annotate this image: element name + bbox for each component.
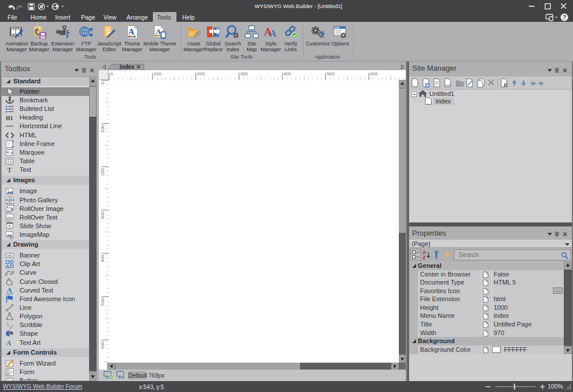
svg-text:600: 600 (100, 341, 105, 349)
svg-text:100: 100 (153, 71, 161, 76)
svg-text:T: T (7, 166, 12, 174)
svg-text:A: A (6, 339, 11, 347)
svg-text:A: A (128, 28, 134, 36)
svg-text:H1: H1 (6, 115, 13, 121)
svg-text:css: css (445, 83, 451, 87)
svg-text:600: 600 (370, 71, 378, 76)
svg-text:Untitled1: Untitled1 (429, 90, 454, 97)
svg-text:300: 300 (100, 212, 105, 220)
svg-text:A: A (156, 27, 161, 36)
svg-text:400: 400 (100, 255, 105, 263)
svg-text:0: 0 (100, 82, 105, 85)
svg-text:400: 400 (283, 71, 291, 76)
svg-text:100: 100 (100, 125, 105, 133)
svg-text:index: index (120, 64, 135, 70)
svg-text:500: 500 (100, 298, 105, 306)
svg-text:300: 300 (240, 71, 248, 76)
svg-text:500: 500 (327, 71, 335, 76)
svg-text:ABC: ABC (7, 253, 13, 257)
svg-text:Z: Z (422, 255, 426, 260)
svg-text:a: a (10, 150, 13, 154)
svg-text:0: 0 (110, 71, 113, 76)
svg-text:index: index (436, 98, 451, 105)
svg-text:?: ? (563, 14, 566, 21)
svg-text:200: 200 (197, 71, 205, 76)
svg-text:A: A (7, 286, 12, 294)
svg-text:100%: 100% (548, 383, 563, 390)
svg-text:200: 200 (100, 168, 105, 176)
